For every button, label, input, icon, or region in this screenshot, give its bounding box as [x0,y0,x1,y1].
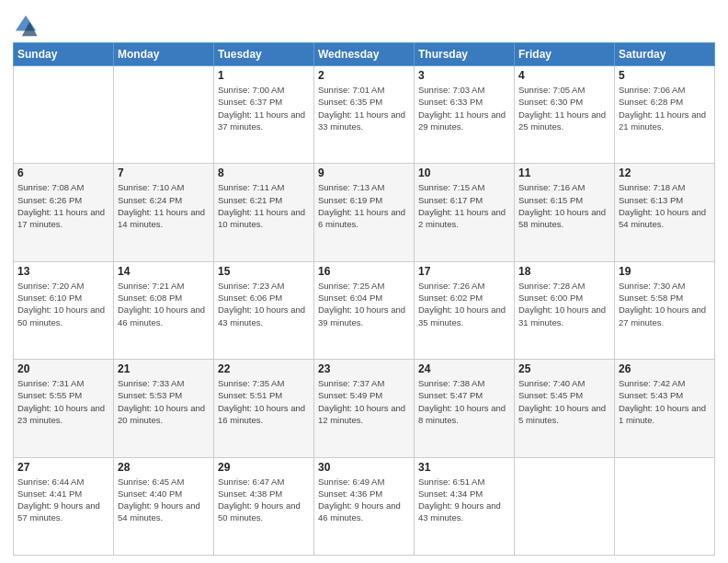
day-cell-23: 23Sunrise: 7:37 AM Sunset: 5:49 PM Dayli… [314,360,415,457]
day-number: 15 [218,265,310,278]
day-number: 17 [418,265,510,278]
day-cell-26: 26Sunrise: 7:42 AM Sunset: 5:43 PM Dayli… [615,360,715,457]
header-day-wednesday: Wednesday [314,43,415,66]
day-cell-5: 5Sunrise: 7:06 AM Sunset: 6:28 PM Daylig… [615,66,715,164]
header-day-thursday: Thursday [415,43,515,66]
day-info: Sunrise: 6:51 AM Sunset: 4:34 PM Dayligh… [418,476,510,524]
header-day-sunday: Sunday [14,43,114,66]
header-row: SundayMondayTuesdayWednesdayThursdayFrid… [14,43,715,66]
day-info: Sunrise: 7:06 AM Sunset: 6:28 PM Dayligh… [619,84,711,132]
day-cell-21: 21Sunrise: 7:33 AM Sunset: 5:53 PM Dayli… [114,360,214,457]
day-number: 23 [318,362,410,375]
day-cell-17: 17Sunrise: 7:26 AM Sunset: 6:02 PM Dayli… [415,261,515,359]
day-info: Sunrise: 6:45 AM Sunset: 4:40 PM Dayligh… [118,476,210,524]
day-number: 30 [318,461,410,474]
day-cell-24: 24Sunrise: 7:38 AM Sunset: 5:47 PM Dayli… [415,360,515,457]
header-day-tuesday: Tuesday [214,43,314,66]
week-row-5: 27Sunrise: 6:44 AM Sunset: 4:41 PM Dayli… [14,457,715,555]
day-number: 25 [518,362,610,375]
empty-cell [515,457,615,555]
day-number: 6 [17,167,109,179]
calendar-body: 1Sunrise: 7:00 AM Sunset: 6:37 PM Daylig… [14,66,715,556]
day-cell-19: 19Sunrise: 7:30 AM Sunset: 5:58 PM Dayli… [615,261,715,359]
day-info: Sunrise: 7:42 AM Sunset: 5:43 PM Dayligh… [619,377,711,426]
day-cell-15: 15Sunrise: 7:23 AM Sunset: 6:06 PM Dayli… [214,261,314,359]
day-number: 1 [218,69,310,82]
week-row-4: 20Sunrise: 7:31 AM Sunset: 5:55 PM Dayli… [14,360,715,457]
day-info: Sunrise: 6:44 AM Sunset: 4:41 PM Dayligh… [17,476,109,524]
day-number: 27 [17,461,109,474]
day-cell-25: 25Sunrise: 7:40 AM Sunset: 5:45 PM Dayli… [515,360,615,457]
day-info: Sunrise: 7:40 AM Sunset: 5:45 PM Dayligh… [518,377,610,426]
calendar-header: SundayMondayTuesdayWednesdayThursdayFrid… [14,43,715,66]
day-cell-8: 8Sunrise: 7:11 AM Sunset: 6:21 PM Daylig… [214,164,314,261]
day-cell-14: 14Sunrise: 7:21 AM Sunset: 6:08 PM Dayli… [114,261,214,359]
day-number: 20 [17,362,109,375]
day-info: Sunrise: 7:30 AM Sunset: 5:58 PM Dayligh… [619,280,711,328]
day-info: Sunrise: 7:03 AM Sunset: 6:33 PM Dayligh… [418,84,510,132]
day-cell-22: 22Sunrise: 7:35 AM Sunset: 5:51 PM Dayli… [214,360,314,457]
day-info: Sunrise: 7:08 AM Sunset: 6:26 PM Dayligh… [17,181,109,230]
day-number: 7 [118,167,210,179]
header-day-monday: Monday [114,43,214,66]
day-cell-27: 27Sunrise: 6:44 AM Sunset: 4:41 PM Dayli… [14,457,114,555]
day-info: Sunrise: 7:18 AM Sunset: 6:13 PM Dayligh… [619,181,711,230]
header [13,9,715,39]
day-number: 16 [318,265,410,278]
day-info: Sunrise: 7:00 AM Sunset: 6:37 PM Dayligh… [218,84,310,132]
day-number: 22 [218,362,310,375]
day-info: Sunrise: 7:37 AM Sunset: 5:49 PM Dayligh… [318,377,410,426]
day-number: 9 [318,167,410,179]
day-number: 26 [619,362,711,375]
empty-cell [615,457,715,555]
day-number: 5 [619,69,711,82]
week-row-1: 1Sunrise: 7:00 AM Sunset: 6:37 PM Daylig… [14,66,715,164]
day-info: Sunrise: 7:28 AM Sunset: 6:00 PM Dayligh… [518,280,610,328]
day-info: Sunrise: 7:01 AM Sunset: 6:35 PM Dayligh… [318,84,410,132]
week-row-3: 13Sunrise: 7:20 AM Sunset: 6:10 PM Dayli… [14,261,715,359]
day-number: 10 [418,167,510,179]
day-cell-4: 4Sunrise: 7:05 AM Sunset: 6:30 PM Daylig… [515,66,615,164]
day-info: Sunrise: 6:49 AM Sunset: 4:36 PM Dayligh… [318,476,410,524]
day-info: Sunrise: 7:20 AM Sunset: 6:10 PM Dayligh… [17,280,109,328]
day-number: 12 [619,167,711,179]
day-info: Sunrise: 7:33 AM Sunset: 5:53 PM Dayligh… [118,377,210,426]
day-cell-10: 10Sunrise: 7:15 AM Sunset: 6:17 PM Dayli… [415,164,515,261]
day-info: Sunrise: 7:10 AM Sunset: 6:24 PM Dayligh… [118,181,210,230]
header-day-saturday: Saturday [615,43,715,66]
day-cell-7: 7Sunrise: 7:10 AM Sunset: 6:24 PM Daylig… [114,164,214,261]
day-number: 8 [218,167,310,179]
day-info: Sunrise: 7:23 AM Sunset: 6:06 PM Dayligh… [218,280,310,328]
day-number: 14 [118,265,210,278]
calendar-table: SundayMondayTuesdayWednesdayThursdayFrid… [13,42,715,556]
day-info: Sunrise: 7:21 AM Sunset: 6:08 PM Dayligh… [118,280,210,328]
day-cell-16: 16Sunrise: 7:25 AM Sunset: 6:04 PM Dayli… [314,261,415,359]
day-cell-11: 11Sunrise: 7:16 AM Sunset: 6:15 PM Dayli… [515,164,615,261]
day-number: 29 [218,461,310,474]
day-number: 11 [518,167,610,179]
day-cell-20: 20Sunrise: 7:31 AM Sunset: 5:55 PM Dayli… [14,360,114,457]
day-cell-3: 3Sunrise: 7:03 AM Sunset: 6:33 PM Daylig… [415,66,515,164]
day-number: 2 [318,69,410,82]
day-cell-9: 9Sunrise: 7:13 AM Sunset: 6:19 PM Daylig… [314,164,415,261]
day-cell-2: 2Sunrise: 7:01 AM Sunset: 6:35 PM Daylig… [314,66,415,164]
day-number: 4 [518,69,610,82]
day-info: Sunrise: 6:47 AM Sunset: 4:38 PM Dayligh… [218,476,310,524]
day-cell-29: 29Sunrise: 6:47 AM Sunset: 4:38 PM Dayli… [214,457,314,555]
week-row-2: 6Sunrise: 7:08 AM Sunset: 6:26 PM Daylig… [14,164,715,261]
day-number: 18 [518,265,610,278]
day-info: Sunrise: 7:25 AM Sunset: 6:04 PM Dayligh… [318,280,410,328]
calendar-page: SundayMondayTuesdayWednesdayThursdayFrid… [0,0,728,563]
day-number: 19 [619,265,711,278]
day-number: 24 [418,362,510,375]
day-info: Sunrise: 7:15 AM Sunset: 6:17 PM Dayligh… [418,181,510,230]
day-number: 21 [118,362,210,375]
day-cell-13: 13Sunrise: 7:20 AM Sunset: 6:10 PM Dayli… [14,261,114,359]
day-info: Sunrise: 7:16 AM Sunset: 6:15 PM Dayligh… [518,181,610,230]
day-info: Sunrise: 7:13 AM Sunset: 6:19 PM Dayligh… [318,181,410,230]
header-day-friday: Friday [515,43,615,66]
day-info: Sunrise: 7:35 AM Sunset: 5:51 PM Dayligh… [218,377,310,426]
day-number: 28 [118,461,210,474]
day-info: Sunrise: 7:31 AM Sunset: 5:55 PM Dayligh… [17,377,109,426]
day-info: Sunrise: 7:26 AM Sunset: 6:02 PM Dayligh… [418,280,510,328]
